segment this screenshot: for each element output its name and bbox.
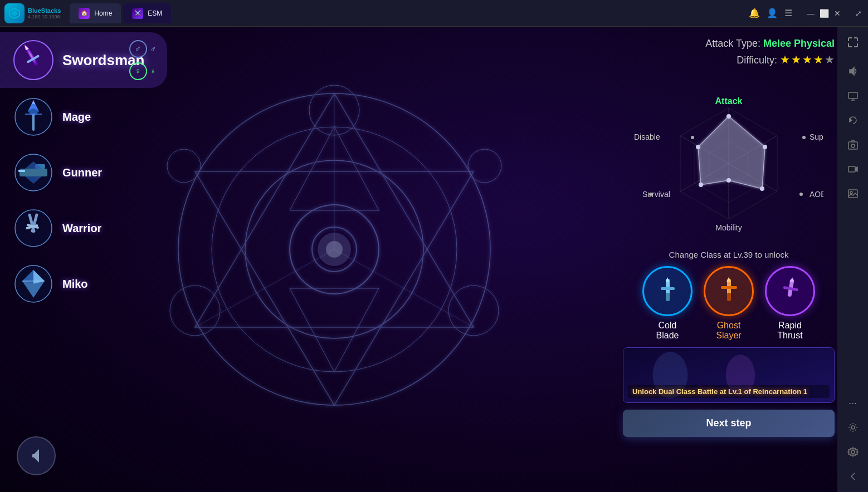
- female-gender-icon[interactable]: ♀: [129, 62, 147, 80]
- bell-icon[interactable]: 🔔: [749, 8, 760, 18]
- minimize-button[interactable]: —: [806, 8, 816, 18]
- svg-text:Survival: Survival: [642, 190, 670, 199]
- swordsman-icon: [11, 38, 56, 82]
- star-1: ★: [780, 53, 790, 66]
- change-class-section: Change Class at Lv.39 to unlock ColdBlad…: [623, 250, 835, 437]
- next-step-button[interactable]: Next step: [623, 410, 835, 437]
- cold-blade-name: ColdBlade: [656, 321, 679, 341]
- svg-rect-80: [727, 293, 731, 301]
- home-tab[interactable]: 🏠 Home: [70, 3, 121, 23]
- class-item-gunner[interactable]: Gunner: [0, 146, 167, 199]
- mage-name: Mage: [62, 111, 91, 124]
- bs-volume-icon[interactable]: [843, 61, 863, 81]
- bs-expand-icon[interactable]: [843, 32, 863, 52]
- svg-rect-94: [849, 142, 857, 149]
- class-item-swordsman[interactable]: Swordsman ♂ ♂ ♀ ♀: [0, 32, 167, 88]
- bs-brightness-icon[interactable]: [843, 417, 863, 437]
- titlebar-right: 🔔 👤 ☰ — ⬜ ✕ ⤢: [749, 8, 864, 18]
- svg-rect-28: [32, 114, 35, 131]
- ghost-slayer-option[interactable]: GhostSlayer: [704, 266, 754, 341]
- game-icon: ⚔️: [132, 8, 143, 19]
- close-button[interactable]: ✕: [832, 8, 842, 18]
- bs-rotate-icon[interactable]: [843, 110, 863, 130]
- attack-type-row: Attack Type: Melee Physical: [623, 38, 835, 50]
- star-4: ★: [813, 53, 823, 66]
- svg-rect-74: [661, 287, 675, 290]
- bs-screen-icon[interactable]: [843, 86, 863, 106]
- warrior-icon: [11, 206, 56, 250]
- male-gender-label: ♂: [150, 45, 157, 53]
- svg-marker-89: [850, 67, 854, 75]
- svg-point-72: [691, 136, 694, 139]
- class-item-warrior[interactable]: Warrior: [0, 201, 167, 255]
- svg-text:Mobility: Mobility: [715, 223, 742, 232]
- bluestacks-sidebar: ···: [837, 27, 868, 492]
- rapid-thrust-option[interactable]: RapidThrust: [765, 266, 815, 341]
- svg-point-69: [802, 136, 806, 139]
- svg-point-62: [696, 145, 700, 149]
- gunner-name: Gunner: [62, 166, 102, 179]
- mage-icon: [11, 95, 56, 139]
- cold-blade-option[interactable]: ColdBlade: [642, 266, 693, 341]
- bs-screenshot-icon[interactable]: [843, 135, 863, 155]
- warrior-name: Warrior: [62, 222, 101, 235]
- svg-point-18: [167, 149, 201, 183]
- bs-video-icon[interactable]: [843, 159, 863, 179]
- svg-text:AOE: AOE: [810, 190, 823, 199]
- class-item-miko[interactable]: Miko: [0, 257, 167, 311]
- bs-image-icon[interactable]: [843, 184, 863, 204]
- svg-rect-76: [666, 293, 670, 301]
- class-options: ColdBlade GhostSlayer: [623, 266, 835, 341]
- game-tab[interactable]: ⚔️ ESM: [123, 3, 171, 23]
- class-item-mage[interactable]: Mage: [0, 90, 167, 144]
- svg-marker-97: [855, 167, 857, 171]
- expand-icon[interactable]: ⤢: [854, 8, 864, 18]
- class-list: Swordsman ♂ ♂ ♀ ♀: [0, 27, 167, 492]
- svg-point-61: [699, 183, 703, 187]
- difficulty-row: Difficulty: ★ ★ ★ ★ ★: [623, 53, 835, 66]
- bs-dots-icon[interactable]: ···: [843, 393, 863, 413]
- account-icon[interactable]: 👤: [767, 8, 778, 18]
- miko-icon: [11, 262, 56, 306]
- change-class-title: Change Class at Lv.39 to unlock: [623, 250, 835, 259]
- svg-text:Support: Support: [810, 132, 823, 141]
- svg-text:Disable: Disable: [634, 132, 660, 141]
- svg-line-106: [855, 430, 856, 431]
- svg-marker-93: [850, 119, 852, 122]
- bs-back-icon[interactable]: [843, 466, 863, 486]
- promo-banner: Unlock Dual Class Battle at Lv.1 of Rein…: [623, 347, 835, 403]
- star-2: ★: [791, 53, 801, 66]
- svg-point-57: [726, 114, 731, 119]
- ghost-slayer-name: GhostSlayer: [716, 321, 741, 341]
- difficulty-stars: ★ ★ ★ ★ ★: [780, 53, 835, 66]
- svg-point-16: [170, 286, 220, 336]
- svg-point-95: [851, 144, 855, 147]
- promo-text: Unlock Dual Class Battle at Lv.1 of Rein…: [628, 385, 830, 398]
- back-button[interactable]: [17, 436, 56, 475]
- ghost-slayer-circle: [704, 266, 754, 316]
- svg-point-99: [850, 191, 852, 194]
- svg-point-70: [799, 193, 803, 196]
- attack-type-value: Melee Physical: [763, 38, 835, 49]
- svg-rect-34: [18, 170, 25, 172]
- bluestacks-brand: BlueStacks 4.180.10.1006: [28, 7, 61, 19]
- maximize-button[interactable]: ⬜: [819, 8, 829, 18]
- svg-rect-90: [849, 92, 857, 99]
- titlebar: BlueStacks 4.180.10.1006 🏠 Home ⚔️ ESM 🔔…: [0, 0, 868, 27]
- miko-name: Miko: [62, 278, 88, 291]
- svg-marker-56: [698, 116, 765, 189]
- svg-rect-78: [721, 286, 737, 289]
- svg-line-107: [855, 425, 856, 426]
- svg-point-59: [760, 186, 764, 191]
- svg-point-58: [763, 145, 767, 149]
- svg-text:Attack: Attack: [715, 96, 743, 106]
- svg-line-105: [850, 425, 851, 426]
- female-gender-label: ♀: [150, 67, 157, 76]
- cold-blade-circle: [642, 266, 693, 316]
- male-gender-icon[interactable]: ♂: [129, 40, 147, 58]
- svg-marker-1: [12, 11, 17, 16]
- attack-type-label: Attack Type:: [705, 38, 760, 49]
- menu-icon[interactable]: ☰: [784, 8, 792, 18]
- gunner-icon: [11, 150, 56, 195]
- bs-settings-icon[interactable]: [843, 442, 863, 462]
